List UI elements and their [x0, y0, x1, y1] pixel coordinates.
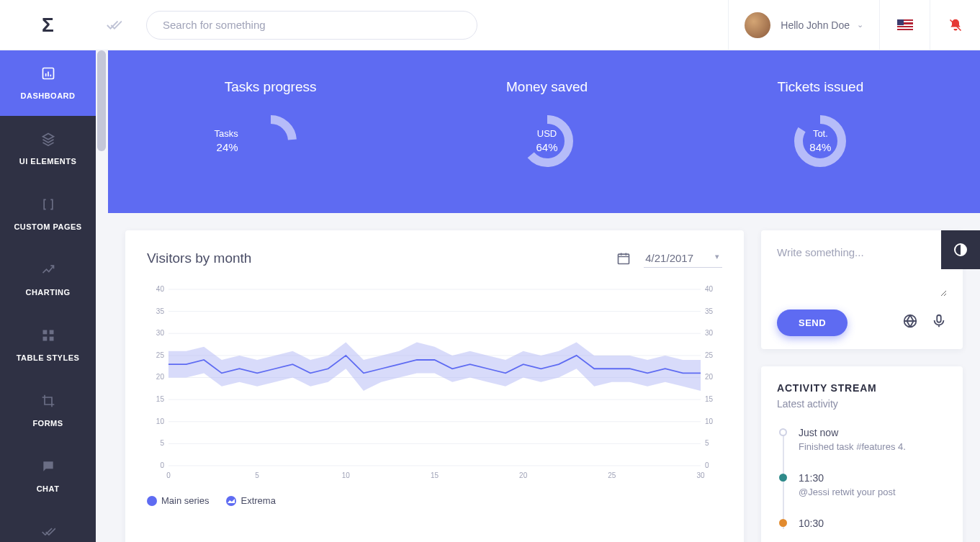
timeline-item: 10:30: [799, 518, 947, 529]
language-selector[interactable]: [879, 0, 930, 50]
checkmark-button[interactable]: [96, 17, 132, 33]
calendar-icon: [616, 251, 631, 266]
date-value: 4/21/2017: [644, 249, 722, 268]
logo[interactable]: Σ: [0, 0, 96, 50]
legend-area-icon: [226, 496, 236, 506]
svg-text:30: 30: [156, 329, 165, 337]
user-greeting: Hello John Doe: [781, 19, 850, 31]
brackets-icon: [41, 197, 55, 215]
chat-icon: [41, 459, 55, 477]
svg-text:25: 25: [705, 351, 714, 359]
timeline-item: 11:30 @Jessi retwit your post: [799, 472, 947, 497]
search-input[interactable]: [146, 11, 477, 40]
microphone-icon[interactable]: [931, 313, 947, 333]
sidebar-item-label: CUSTOM PAGES: [14, 222, 81, 231]
timeline-item: Just now Finished task #features 4.: [799, 427, 947, 452]
svg-text:25: 25: [156, 351, 165, 359]
svg-text:35: 35: [156, 307, 165, 315]
layers-icon: [41, 132, 55, 150]
donut-label: Tot. 84%: [809, 128, 831, 154]
svg-rect-2: [45, 73, 46, 76]
compose-card: SEND: [761, 230, 963, 349]
timeline-dot-icon: [779, 428, 787, 436]
contrast-icon: [952, 241, 969, 258]
theme-toggle-button[interactable]: [941, 230, 980, 269]
hero-stats: Tasks progress Tasks 24% Money saved: [108, 50, 980, 213]
donut-label: USD 64%: [536, 128, 558, 154]
svg-text:25: 25: [608, 471, 616, 479]
activity-card: ACTIVITY STREAM Latest activity Just now…: [761, 366, 963, 542]
hero-card-tasks: Tasks progress Tasks 24%: [225, 79, 317, 170]
activity-title: ACTIVITY STREAM: [777, 382, 947, 394]
legend-main: Main series: [147, 495, 209, 506]
svg-text:35: 35: [705, 307, 714, 315]
notifications-button[interactable]: [930, 0, 980, 50]
sidebar-item-chat[interactable]: CHAT: [0, 443, 96, 509]
sidebar-item-label: DASHBOARD: [21, 91, 76, 100]
sidebar-item-table-styles[interactable]: TABLE STYLES: [0, 312, 96, 378]
legend-dot-icon: [147, 496, 157, 506]
scrollbar-thumb[interactable]: [97, 50, 106, 151]
topbar-right: Hello John Doe ⌄: [728, 0, 980, 50]
svg-text:10: 10: [156, 417, 165, 425]
hero-card-money: Money saved USD 64%: [506, 79, 588, 170]
svg-text:0: 0: [160, 461, 164, 469]
svg-text:40: 40: [705, 285, 714, 293]
svg-text:15: 15: [156, 395, 165, 403]
hero-title: Tickets issued: [778, 79, 864, 95]
svg-text:15: 15: [705, 395, 714, 403]
sidebar-item-dashboard[interactable]: DASHBOARD: [0, 50, 96, 116]
svg-rect-51: [937, 315, 941, 322]
topbar: Σ Hello John Doe ⌄: [0, 0, 980, 50]
svg-rect-3: [48, 72, 49, 77]
hero-card-tickets: Tickets issued Tot. 84%: [778, 79, 864, 170]
sidebar-item-label: UI ELEMENTS: [19, 157, 76, 166]
svg-text:0: 0: [705, 461, 709, 469]
svg-text:20: 20: [705, 373, 714, 381]
legend-extrema: Extrema: [226, 495, 275, 506]
svg-text:20: 20: [519, 471, 528, 479]
double-check-icon: [41, 525, 55, 542]
svg-text:5: 5: [705, 439, 709, 447]
donut-money: USD 64%: [518, 112, 576, 170]
chevron-down-icon: ⌄: [857, 20, 863, 30]
sidebar-item-label: FORMS: [32, 419, 63, 428]
timeline-time: 11:30: [799, 472, 947, 484]
avatar: [745, 12, 770, 38]
trend-icon: [41, 263, 55, 281]
date-picker[interactable]: 4/21/2017: [616, 249, 722, 268]
visitors-chart-card: Visitors by month 4/21/2017 005510101515…: [125, 230, 744, 542]
bell-off-icon: [948, 18, 963, 32]
bar-chart-icon: [41, 66, 55, 84]
sidebar-item-custom-pages[interactable]: CUSTOM PAGES: [0, 181, 96, 247]
sidebar-item-label: TABLE STYLES: [17, 353, 80, 362]
chart-title: Visitors by month: [147, 250, 251, 266]
svg-text:10: 10: [705, 417, 714, 425]
crop-icon: [41, 394, 55, 412]
camera-aperture-icon[interactable]: [902, 313, 918, 333]
main-grid: Visitors by month 4/21/2017 005510101515…: [108, 213, 980, 542]
content: Tasks progress Tasks 24% Money saved: [108, 50, 980, 542]
compose-input[interactable]: [777, 246, 947, 297]
svg-text:20: 20: [156, 373, 165, 381]
svg-rect-5: [42, 330, 47, 335]
side-column: SEND ACTIVITY STREAM Latest activity Jus…: [761, 230, 963, 542]
user-menu[interactable]: Hello John Doe ⌄: [728, 0, 879, 50]
svg-text:0: 0: [166, 471, 171, 479]
sidebar-item-more[interactable]: [0, 509, 96, 542]
chart-header: Visitors by month 4/21/2017: [147, 249, 722, 268]
sidebar-item-forms[interactable]: FORMS: [0, 378, 96, 443]
send-button[interactable]: SEND: [777, 310, 848, 336]
sidebar-item-ui-elements[interactable]: UI ELEMENTS: [0, 116, 96, 181]
svg-text:5: 5: [160, 439, 164, 447]
svg-text:40: 40: [156, 285, 165, 293]
svg-text:5: 5: [255, 471, 259, 479]
search-container: [146, 11, 477, 40]
svg-text:10: 10: [342, 471, 351, 479]
sidebar: DASHBOARD UI ELEMENTS CUSTOM PAGES CHART…: [0, 50, 96, 542]
compose-actions: SEND: [777, 310, 947, 336]
timeline-text: Finished task #features 4.: [799, 441, 947, 452]
sidebar-item-charting[interactable]: CHARTING: [0, 247, 96, 312]
svg-text:30: 30: [696, 471, 705, 479]
sidebar-item-label: CHARTING: [25, 288, 70, 297]
